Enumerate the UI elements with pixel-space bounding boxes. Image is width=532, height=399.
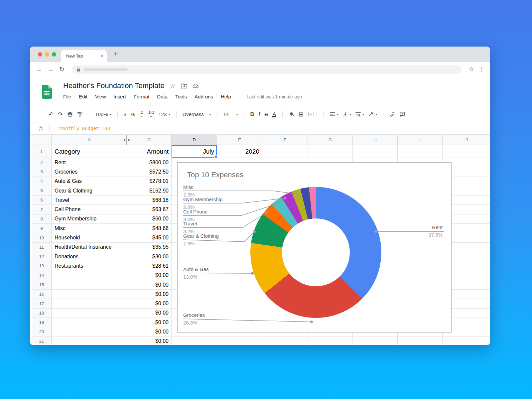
expenses-chart[interactable]: Top 10 Expenses [177,162,452,332]
row-header-15[interactable]: 15 [32,280,52,290]
cell-A10[interactable]: Household [52,233,127,242]
cell-A9[interactable]: Misc [52,224,127,233]
horizontal-align-icon[interactable]: ▾ [330,112,338,117]
row-header-5[interactable]: 5 [32,186,52,196]
cell-A15[interactable] [52,280,127,290]
tab-close-icon[interactable]: × [101,54,103,59]
menu-data[interactable]: Data [157,94,168,99]
menu-help[interactable]: Help [221,94,231,99]
column-header-H[interactable]: H [353,135,398,145]
cell-I1[interactable] [398,145,443,158]
row-header-4[interactable]: 4 [32,177,52,186]
insert-comment-icon[interactable] [400,112,405,117]
cell-I21[interactable] [398,337,443,345]
row-header-10[interactable]: 10 [32,233,52,242]
redo-icon[interactable]: ↷ [58,111,63,118]
cell-C16[interactable]: $0.00 [127,290,172,299]
forward-icon[interactable]: → [46,66,55,73]
cell-A16[interactable] [52,290,127,299]
row-header-18[interactable]: 18 [32,309,52,318]
column-header-D[interactable]: D [172,135,217,145]
row-header-13[interactable]: 13 [32,261,52,271]
row-header-16[interactable]: 16 [32,290,52,299]
cell-A2[interactable]: Rent [52,158,127,167]
bookmark-star-icon[interactable]: ☆ [467,66,476,73]
cell-C9[interactable]: $48.66 [127,224,172,233]
text-rotation-icon[interactable]: ▾ [368,112,377,117]
menu-addons[interactable]: Add-ons [195,94,213,99]
menu-format[interactable]: Format [134,94,150,99]
cell-C19[interactable]: $0.00 [127,318,172,327]
move-to-folder-icon[interactable] [181,83,187,88]
hidden-column-expand-right-icon[interactable]: ▶ [128,138,130,141]
cell-E21[interactable] [217,337,262,345]
cell-A20[interactable] [52,327,127,336]
row-header-12[interactable]: 12 [32,252,52,261]
cell-H1[interactable] [353,145,398,158]
selected-cell-D1[interactable]: July [172,145,217,158]
cell-A11[interactable]: Health/Dental Insurance [52,243,127,252]
back-icon[interactable]: ← [35,66,44,73]
column-header-F[interactable]: F [262,135,308,145]
text-color-button[interactable]: A [272,111,276,117]
undo-icon[interactable]: ↶ [49,111,54,118]
menu-tools[interactable]: Tools [175,94,187,99]
cell-C13[interactable]: $28.61 [127,261,172,271]
cell-D21[interactable] [172,337,217,345]
menu-insert[interactable]: Insert [113,94,126,99]
cell-H21[interactable] [353,337,398,345]
cell-A1[interactable]: Category [52,145,127,158]
format-percent-button[interactable]: % [131,111,135,117]
formula-input[interactable]: ='Monthly Budget'!H3 [54,126,110,131]
menu-edit[interactable]: Edit [79,94,87,99]
cell-C15[interactable]: $0.00 [127,280,172,290]
cell-C10[interactable]: $45.00 [127,233,172,242]
vertical-align-icon[interactable]: ▾ [343,112,351,117]
column-header-I[interactable]: I [398,135,443,145]
cell-C21[interactable]: $0.00 [127,337,172,345]
cell-G1[interactable] [308,145,353,158]
column-header-C[interactable]: C▶ [127,135,172,145]
new-tab-button[interactable]: + [114,50,118,58]
borders-icon[interactable]: ⊞ [299,111,304,118]
row-header-6[interactable]: 6 [32,196,52,205]
cell-C20[interactable]: $0.00 [127,327,172,336]
zoom-select[interactable]: 100%▾ [95,111,111,117]
insert-link-icon[interactable] [389,112,395,117]
select-all-corner[interactable] [32,135,52,145]
zoom-window-button[interactable] [52,52,56,57]
row-header-11[interactable]: 11 [32,243,52,252]
cell-A12[interactable]: Donations [52,252,127,261]
row-header-17[interactable]: 17 [32,299,52,308]
cell-A3[interactable]: Groceries [52,167,127,177]
merge-cells-icon[interactable]: ▾ [308,112,317,117]
format-currency-button[interactable]: $ [124,111,126,117]
column-header-E[interactable]: E [217,135,262,145]
browser-menu-icon[interactable]: ⋮ [478,66,484,73]
paint-format-icon[interactable] [77,111,83,117]
cell-A21[interactable] [52,337,127,345]
cell-F1[interactable] [262,145,308,158]
document-title[interactable]: Heather's Foundation Template [63,81,165,90]
print-icon[interactable] [67,111,73,117]
row-header-1[interactable]: 1 [32,145,52,158]
cell-A17[interactable] [52,299,127,308]
cell-A18[interactable] [52,309,127,318]
cell-C7[interactable]: $63.67 [127,205,172,214]
font-size-select[interactable]: 14▾ [223,111,238,117]
cell-A7[interactable]: Cell Phone [52,205,127,214]
row-header-21[interactable]: 21 [32,337,52,345]
cell-A13[interactable]: Restaurants [52,261,127,271]
cell-C18[interactable]: $0.00 [127,309,172,318]
column-header-G[interactable]: G [308,135,353,145]
column-header-A[interactable]: A◀ [52,135,127,145]
cell-C5[interactable]: $162.90 [127,186,172,196]
hidden-column-expand-left-icon[interactable]: ◀ [123,138,125,141]
cell-C12[interactable]: $30.00 [127,252,172,261]
cell-J21[interactable] [443,337,490,345]
cell-J1[interactable] [443,145,490,158]
cell-C17[interactable]: $0.00 [127,299,172,308]
column-header-J[interactable]: J [443,135,490,145]
cell-C11[interactable]: $35.95 [127,243,172,252]
row-header-20[interactable]: 20 [32,327,52,336]
